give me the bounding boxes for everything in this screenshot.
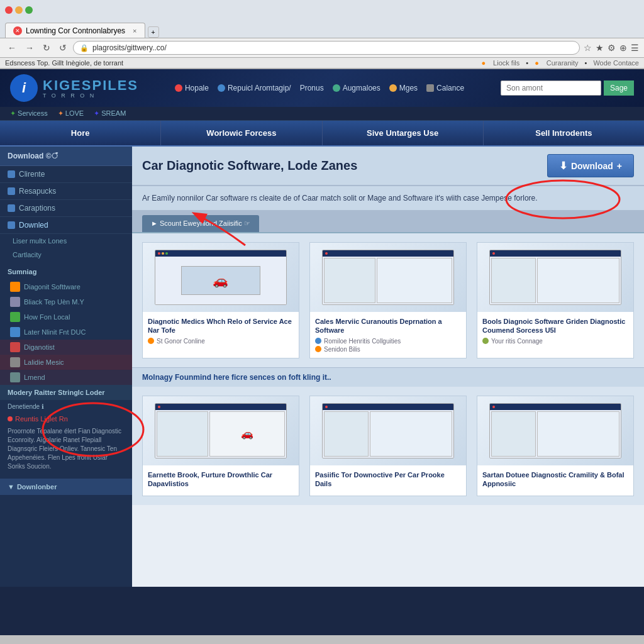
item-card-4[interactable]: 🚗 Earnette Brook, Furture Drowthlic Car … [142, 396, 299, 497]
sidebar-denetiende: Denetiende ℹ [0, 400, 132, 413]
service-3[interactable]: ✦ SREAM [94, 109, 126, 118]
item-info-1: Diagnotic Medics Whch Relo of Service Ac… [143, 312, 299, 350]
sidebar-item-clirente[interactable]: Clirente [0, 166, 132, 183]
sub-icon-4 [10, 327, 20, 337]
menu-icon[interactable]: ☰ [631, 43, 639, 53]
thumb-dot-1 [158, 252, 160, 255]
sidebar-icon-caraptions [8, 204, 15, 212]
download-button[interactable]: ⬇ Download + [547, 154, 634, 177]
thumb-titlebar-2 [323, 250, 454, 257]
search-area: Sage [501, 80, 634, 96]
items-grid-2: 🚗 Earnette Brook, Furture Drowthlic Car … [132, 387, 644, 506]
toolbar-link-wode[interactable]: Wode Contace [593, 59, 639, 67]
toolbar-link-lock[interactable]: Liock fils [493, 59, 519, 67]
item-title-5: Pasiific Tor Downoctive Per Car Prooke D… [315, 470, 461, 489]
refresh-btn2[interactable]: ↺ [57, 42, 69, 54]
nav-worlowic[interactable]: Worlowic Forcess [161, 121, 322, 145]
nav-hore[interactable]: Hore [0, 121, 161, 145]
nav-calance[interactable]: Calance [426, 84, 464, 92]
content-wrapper: Download ©ঁ Clirente Resapucks Caraption… [0, 147, 644, 587]
thumb-titlebar-3 [490, 250, 621, 257]
thumb-body-4: 🚗 [155, 410, 287, 458]
nav-sive[interactable]: Sive Untarges Use [323, 121, 484, 145]
thumb-panel-1 [324, 258, 375, 303]
item-title-1: Diagnotic Medics Whch Relo of Service Ac… [148, 317, 294, 335]
address-bar[interactable]: 🔒 plagrosits/gittwery..co/ [73, 41, 580, 55]
star2-icon[interactable]: ★ [596, 43, 604, 53]
meta-icon-1 [148, 338, 154, 344]
item-card-6[interactable]: Sartan Dotuee Diagnostic Cramility & Bof… [477, 396, 634, 497]
sidebar-sub-how[interactable]: How Fon Local [0, 309, 132, 325]
content-header: Car Diagnotic Software, Lode Zanes ⬇ Dow… [132, 147, 644, 186]
search-input[interactable] [501, 80, 601, 96]
sidebar-item-caraptions[interactable]: Caraptions [0, 200, 132, 217]
star-icon[interactable]: ☆ [584, 43, 592, 53]
thumb-titlebar-4 [155, 404, 287, 410]
logo-text-area: KIGESPILES T O R R O N [43, 77, 138, 99]
thumb-window-5 [322, 403, 455, 458]
sidebar-sub-cartlacity[interactable]: Cartlacity [0, 248, 132, 262]
active-tab[interactable]: ✕ Lownting Cor Contnonlabryes × [5, 23, 145, 38]
item-card-3[interactable]: Bools Diagnoic Software Griden Diagnosti… [477, 242, 634, 358]
logo-area: i KIGESPILES T O R R O N [10, 74, 138, 102]
sidebar-icon-downled [8, 221, 15, 229]
sidebar-sub-later[interactable]: Later Nlinit Fnt DUC [0, 325, 132, 340]
item-thumb-5 [310, 396, 466, 465]
tab-title: Lownting Cor Contnonlabryes [26, 26, 125, 35]
item-info-2: Cales Merviic Curanoutis Deprnation a So… [310, 312, 466, 358]
thumb-panel-2 [377, 258, 453, 303]
item-card-1[interactable]: 🚗 Diagnotic Medics Whch Relo of Service … [142, 242, 299, 358]
nav-hopale[interactable]: Hopale [175, 84, 209, 92]
nav-augmaloes[interactable]: Augmaloes [333, 84, 380, 92]
sidebar-sub-bliack[interactable]: Bliack Tep Uèn M.Y [0, 294, 132, 309]
item-thumb-3 [477, 243, 633, 312]
back-btn[interactable]: ← [5, 42, 19, 54]
red-dot-icon [8, 416, 13, 421]
sidebar: Download ©ঁ Clirente Resapucks Caraption… [0, 147, 132, 587]
service-1[interactable]: ✦ Servicess [10, 109, 48, 118]
sidebar-sub-lalidie[interactable]: Lalidie Mesic [0, 355, 132, 370]
item-card-5[interactable]: Pasiific Tor Downoctive Per Car Prooke D… [309, 396, 467, 497]
sidebar-section2-text: Proornote Tepalane élert Fian Diagnostic… [0, 425, 132, 476]
item-meta-2b: Senidon Bilis [315, 346, 461, 353]
sidebar-sub-lmend[interactable]: Lmend [0, 370, 132, 385]
sidebar-sub-diagnorit[interactable]: Diagonit Softtware [0, 279, 132, 294]
tab-close-btn[interactable]: × [133, 27, 136, 35]
new-tab-btn[interactable]: + [148, 26, 159, 38]
content-tab[interactable]: ► Scount Eweyniond Zaiisific ☞ [142, 215, 259, 232]
sidebar-sub-liser[interactable]: Liser multx Lones [0, 234, 132, 248]
nav-mges[interactable]: Mges [389, 84, 418, 92]
thumb-titlebar-6 [490, 404, 621, 410]
sidebar-item-resapucks[interactable]: Resapucks [0, 183, 132, 200]
item-card-2[interactable]: Cales Merviic Curanoutis Deprnation a So… [309, 242, 467, 358]
sidebar-downlonber[interactable]: ▼ Downlonber [0, 479, 132, 495]
forward-btn[interactable]: → [23, 42, 36, 54]
sub-icon-5 [10, 342, 20, 352]
sidebar-header: Download ©ঁ [0, 147, 132, 166]
settings-icon[interactable]: ⚙ [608, 43, 616, 53]
thumb-body-3 [490, 257, 621, 304]
thumb-dot-3 [165, 252, 168, 255]
thumb-panel-6: 🚗 [209, 411, 286, 457]
tab-bar: ✕ Lownting Cor Contnonlabryes × + [0, 20, 644, 38]
sidebar-item-downled[interactable]: Downled [0, 217, 132, 234]
thumb-dot-5 [492, 252, 495, 255]
thumb-dot-7 [325, 406, 328, 408]
sidebar-reuntis[interactable]: Reuntis Liglet Rn [0, 413, 132, 425]
item-thumb-4: 🚗 [143, 396, 299, 465]
service-2[interactable]: ✦ LOVE [58, 109, 84, 118]
search-btn[interactable]: Sage [604, 80, 634, 96]
item-thumb-1: 🚗 [143, 243, 299, 312]
toolbar-link-cura[interactable]: Curaranity [547, 59, 579, 67]
sub-icon-7 [10, 372, 20, 382]
nav-bar: ← → ↻ ↺ 🔒 plagrosits/gittwery..co/ ☆ ★ ⚙… [0, 38, 644, 58]
nav-icons: ☆ ★ ⚙ ⊕ ☰ [584, 43, 639, 53]
nav-pronus[interactable]: Pronus [300, 84, 324, 92]
toolbar-icon1: ● [481, 59, 486, 67]
nav-repuicl[interactable]: Repuicl Aromtagip/ [218, 84, 291, 92]
refresh-btn[interactable]: ↻ [40, 42, 53, 54]
nav-sell[interactable]: Sell Introdents [484, 121, 644, 145]
bookmark-icon[interactable]: ⊕ [619, 43, 627, 53]
sidebar-section2: Modery Raitter Stringlc Loder [0, 385, 132, 400]
sidebar-sub-diganotist[interactable]: Diganotist [0, 340, 132, 355]
